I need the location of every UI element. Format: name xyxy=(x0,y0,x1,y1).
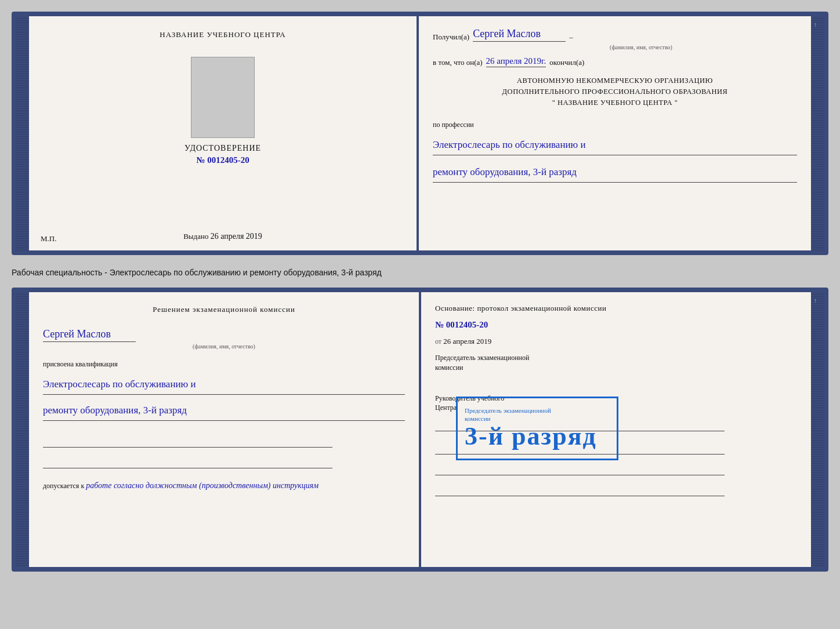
predsed-label: Председатель экзаменационной комиссии xyxy=(435,353,797,373)
top-doc-left-panel: НАЗВАНИЕ УЧЕБНОГО ЦЕНТРА УДОСТОВЕРЕНИЕ №… xyxy=(29,16,417,250)
protocol-number: № 0012405-20 xyxy=(435,320,797,330)
profesia-line2: ремонту оборудования, 3-й разряд xyxy=(433,162,797,183)
org-text-block: АВТОНОМНУЮ НЕКОММЕРЧЕСКУЮ ОРГАНИЗАЦИЮ ДО… xyxy=(433,75,797,108)
top-doc-right-panel: Получил(а) Сергей Маслов – (фамилия, имя… xyxy=(419,16,811,250)
sig-line-2 xyxy=(43,457,332,468)
left-texture-bar-bottom xyxy=(16,292,29,567)
name-block-bottom: Сергей Маслов (фамилия, имя, отчество) xyxy=(43,328,405,350)
top-left-title: НАЗВАНИЕ УЧЕБНОГО ЦЕНТРА xyxy=(160,30,285,39)
bottom-recipient-name: Сергей Маслов xyxy=(43,328,136,342)
photo-placeholder xyxy=(191,57,255,138)
bottom-doc-left-panel: Решением экзаменационной комиссии Сергей… xyxy=(29,292,419,567)
kvali-line1: Электрослесарь по обслуживанию и xyxy=(43,375,405,395)
poluchil-line: Получил(а) Сергей Маслов – xyxy=(433,28,797,42)
dopusk-text: работе согласно должностным (производств… xyxy=(86,481,318,490)
stamp-big-text: 3-й разряд xyxy=(465,423,610,450)
signature-lines xyxy=(43,436,405,468)
dopuskaetsya-line: допускается к работе согласно должностны… xyxy=(43,481,405,490)
stamp-small-text-1: Председатель экзаменационной xyxy=(465,406,610,415)
recipient-name: Сергей Маслов xyxy=(473,28,566,42)
mp-label: М.П. xyxy=(41,234,56,243)
stamp-small-text-2: комиссии xyxy=(465,415,610,423)
fio-label-top: (фамилия, имя, отчество) xyxy=(485,44,797,50)
vtom-line: в том, что он(а) 26 апреля 2019г. окончи… xyxy=(433,56,797,67)
right-texture-bar-top: и а ← xyxy=(811,16,824,250)
sig-line-1 xyxy=(43,436,332,448)
udostoverenie-block: УДОСТОВЕРЕНИЕ № 0012405-20 xyxy=(184,144,261,165)
right-texture-bar-bottom: и а ← xyxy=(811,292,824,567)
sig-line-right-3 xyxy=(435,464,725,475)
top-document: НАЗВАНИЕ УЧЕБНОГО ЦЕНТРА УДОСТОВЕРЕНИЕ №… xyxy=(12,12,828,255)
bottom-document: Решением экзаменационной комиссии Сергей… xyxy=(12,288,828,572)
fio-label-bottom: (фамилия, имя, отчество) xyxy=(43,343,405,350)
sig-line-right-4 xyxy=(435,485,725,496)
stamp-box: Председатель экзаменационной комиссии 3-… xyxy=(456,397,618,460)
bottom-doc-right-panel: Основание: протокол экзаменационной коми… xyxy=(421,292,811,567)
osnovanie-title: Основание: протокол экзаменационной коми… xyxy=(435,304,797,313)
ot-date: от 26 апреля 2019 xyxy=(435,337,797,346)
right-annotations-top: и а ← xyxy=(811,16,824,34)
page-wrapper: НАЗВАНИЕ УЧЕБНОГО ЦЕНТРА УДОСТОВЕРЕНИЕ №… xyxy=(12,12,828,572)
right-annotations-bottom: и а ← xyxy=(811,292,824,310)
profesia-label: по профессии xyxy=(433,121,797,129)
vydano-line: Выдано 26 апреля 2019 xyxy=(183,232,262,241)
prisvoena-label: присвоена квалификация xyxy=(43,360,405,369)
top-doc-number: № 0012405-20 xyxy=(184,155,261,165)
udostoverenie-label: УДОСТОВЕРЕНИЕ xyxy=(184,144,261,153)
between-text: Рабочая специальность - Электрослесарь п… xyxy=(12,266,828,277)
resheniye-title: Решением экзаменационной комиссии xyxy=(43,304,405,315)
profesia-line1: Электрослесарь по обслуживанию и xyxy=(433,135,797,155)
kvali-line2: ремонту оборудования, 3-й разряд xyxy=(43,401,405,421)
left-texture-bar xyxy=(16,16,29,250)
vtom-date: 26 апреля 2019г. xyxy=(486,56,546,67)
